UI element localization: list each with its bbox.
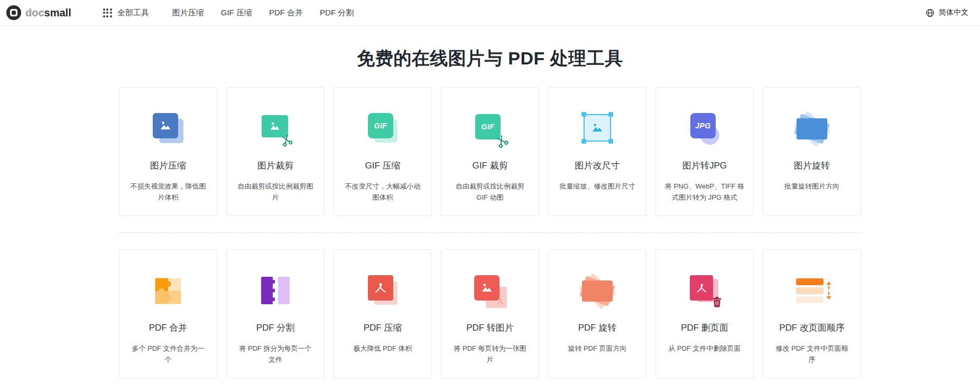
image-crop-icon <box>258 112 292 146</box>
docsmall-logo[interactable]: docsmall <box>6 5 71 20</box>
tool-desc: 极大降低 PDF 体积 <box>334 343 431 354</box>
tool-title: 图片裁剪 <box>227 160 324 172</box>
grid-icon <box>103 8 112 17</box>
jpg-badge: JPG <box>695 121 711 130</box>
tool-card-pdf-rotate[interactable]: PDF 旋转 旋转 PDF 页面方向 <box>548 249 646 378</box>
image-rotate-icon <box>795 112 829 146</box>
tool-desc: 不损失视觉效果，降低图片体积 <box>119 181 217 203</box>
tool-desc: 从 PDF 文件中删除页面 <box>656 343 753 354</box>
pdf-delete-page-icon <box>688 274 722 308</box>
tool-desc: 自由裁剪或按比例裁剪 GIF 动图 <box>441 181 539 203</box>
image-compress-icon <box>151 112 185 146</box>
pdf-merge-icon <box>151 274 185 308</box>
tool-desc: 批量缩放、修改图片尺寸 <box>549 181 646 192</box>
tool-desc: 将 PDF 每页转为一张图片 <box>441 343 539 365</box>
tool-card-pdf-merge[interactable]: PDF 合并 多个 PDF 文件合并为一个 <box>119 249 217 378</box>
all-tools-label: 全部工具 <box>117 8 149 18</box>
image-to-jpg-icon: JPG <box>688 112 722 146</box>
tool-title: PDF 压缩 <box>334 322 431 334</box>
pdf-tools-row: PDF 合并 多个 PDF 文件合并为一个 PDF 分割 将 PDF 拆分为每页… <box>119 249 861 378</box>
tools-grid: 图片压缩 不损失视觉效果，降低图片体积 图片裁剪 自由裁剪或按比例裁剪图片 GI… <box>119 87 861 378</box>
trash-icon <box>711 296 723 310</box>
tool-desc: 将 PNG、WebP、TIFF 格式图片转为 JPG 格式 <box>656 181 753 203</box>
resize-handle <box>581 112 586 117</box>
brand-doc: doc <box>25 7 44 18</box>
tool-title: GIF 裁剪 <box>441 160 539 172</box>
tool-card-pdf-reorder[interactable]: PDF 改页面顺序 修改 PDF 文件中页面顺序 <box>763 249 861 378</box>
tool-card-gif-compress[interactable]: GIF GIF 压缩 不改变尺寸，大幅减小动图体积 <box>334 87 432 216</box>
tool-title: PDF 旋转 <box>549 322 646 334</box>
tool-desc: 修改 PDF 文件中页面顺序 <box>763 343 861 365</box>
image-tools-row: 图片压缩 不损失视觉效果，降低图片体积 图片裁剪 自由裁剪或按比例裁剪图片 GI… <box>119 87 861 216</box>
pdf-compress-icon <box>366 274 400 308</box>
pdf-split-icon <box>258 274 292 308</box>
tool-card-pdf-to-image[interactable]: PDF 转图片 将 PDF 每页转为一张图片 <box>441 249 539 378</box>
brand-name: docsmall <box>25 7 71 19</box>
all-tools-menu[interactable]: 全部工具 <box>103 8 149 18</box>
tool-title: PDF 删页面 <box>656 322 753 334</box>
tool-title: 图片转JPG <box>656 160 753 172</box>
brand-small: small <box>44 7 71 18</box>
gif-compress-icon: GIF <box>366 112 400 146</box>
nav-link-pdf-split[interactable]: PDF 分割 <box>320 8 354 18</box>
tool-desc: 将 PDF 拆分为每页一个文件 <box>227 343 324 365</box>
resize-handle <box>608 139 613 144</box>
image-resize-icon <box>580 112 614 146</box>
section-divider <box>119 232 861 233</box>
tool-title: 图片压缩 <box>119 160 217 172</box>
globe-icon <box>926 8 935 17</box>
tool-title: PDF 合并 <box>119 322 217 334</box>
tool-title: GIF 压缩 <box>334 160 431 172</box>
tool-card-pdf-delete-page[interactable]: PDF 删页面 从 PDF 文件中删除页面 <box>655 249 754 378</box>
tool-title: PDF 分割 <box>227 322 324 334</box>
tool-card-image-compress[interactable]: 图片压缩 不损失视觉效果，降低图片体积 <box>119 87 217 216</box>
language-label: 简体中文 <box>939 8 968 17</box>
tool-desc: 自由裁剪或按比例裁剪图片 <box>227 181 324 203</box>
tool-card-pdf-compress[interactable]: PDF 压缩 极大降低 PDF 体积 <box>334 249 432 378</box>
nav-link-pdf-merge[interactable]: PDF 合并 <box>269 8 303 18</box>
pdf-reorder-icon <box>795 274 829 308</box>
tool-title: PDF 转图片 <box>441 322 539 334</box>
tool-card-image-resize[interactable]: 图片改尺寸 批量缩放、修改图片尺寸 <box>548 87 646 216</box>
gif-badge: GIF <box>374 121 387 130</box>
nav-link-gif-compress[interactable]: GIF 压缩 <box>221 8 252 18</box>
scissors-icon <box>279 133 295 151</box>
nav-link-image-compress[interactable]: 图片压缩 <box>172 8 204 18</box>
tool-card-image-crop[interactable]: 图片裁剪 自由裁剪或按比例裁剪图片 <box>226 87 325 216</box>
navbar: docsmall 全部工具 图片压缩 GIF 压缩 PDF 合并 PDF 分割 … <box>0 0 980 26</box>
reorder-arrow-icon <box>826 281 832 302</box>
tool-card-gif-crop[interactable]: GIF GIF 裁剪 自由裁剪或按比例裁剪 GIF 动图 <box>441 87 539 216</box>
nav-links: 图片压缩 GIF 压缩 PDF 合并 PDF 分割 <box>172 8 354 18</box>
docsmall-logo-icon <box>6 5 21 20</box>
tool-title: PDF 改页面顺序 <box>763 322 861 334</box>
tool-card-pdf-split[interactable]: PDF 分割 将 PDF 拆分为每页一个文件 <box>226 249 325 378</box>
gif-badge: GIF <box>482 123 495 131</box>
tool-desc: 多个 PDF 文件合并为一个 <box>119 343 217 365</box>
tool-title: 图片改尺寸 <box>549 160 646 172</box>
page-title: 免费的在线图片与 PDF 处理工具 <box>0 49 980 67</box>
pdf-rotate-icon <box>580 274 614 308</box>
tool-desc: 批量旋转图片方向 <box>763 181 861 192</box>
pdf-to-image-icon <box>473 274 507 308</box>
resize-handle <box>608 112 613 117</box>
tool-card-image-to-jpg[interactable]: JPG 图片转JPG 将 PNG、WebP、TIFF 格式图片转为 JPG 格式 <box>655 87 754 216</box>
tool-title: 图片旋转 <box>763 160 861 172</box>
tool-desc: 不改变尺寸，大幅减小动图体积 <box>334 181 431 203</box>
tool-card-image-rotate[interactable]: 图片旋转 批量旋转图片方向 <box>763 87 861 216</box>
language-switcher[interactable]: 简体中文 <box>926 8 968 17</box>
resize-handle <box>581 139 586 144</box>
gif-crop-icon: GIF <box>473 112 507 146</box>
tool-desc: 旋转 PDF 页面方向 <box>549 343 646 354</box>
